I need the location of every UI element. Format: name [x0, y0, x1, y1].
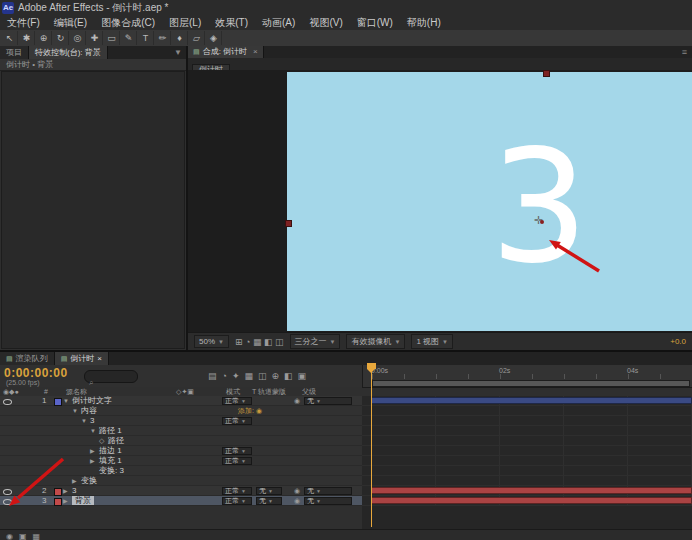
timeline-option-icon-4[interactable]: ◫ [258, 370, 267, 382]
column-header-4[interactable]: 模式 [226, 387, 240, 396]
layer-duration-bar[interactable] [371, 487, 692, 494]
search-box[interactable]: ⌕ [84, 370, 138, 383]
property-row-2[interactable]: ▼3正常▼ [0, 416, 692, 426]
twirl-icon[interactable]: ▼ [81, 416, 87, 426]
twirl-icon[interactable]: ▶ [72, 476, 77, 486]
view-layout-dropdown[interactable]: 1 视图▼ [411, 334, 453, 349]
blend-mode-dropdown[interactable]: 正常▼ [222, 447, 252, 455]
tab-render-queue[interactable]: ▤渲染队列 [0, 352, 55, 365]
eraser-tool-icon[interactable]: ▱ [189, 31, 205, 45]
clone-stamp-tool-icon[interactable]: ♦ [172, 31, 188, 45]
trkmat-dropdown[interactable]: 无▼ [256, 497, 282, 505]
pen-tool-icon[interactable]: ✎ [121, 31, 137, 45]
blend-mode-dropdown[interactable]: 正常▼ [222, 397, 252, 405]
twirl-icon[interactable]: ▼ [63, 396, 69, 406]
pick-whip-icon[interactable]: ◉ [294, 497, 300, 505]
brush-tool-icon[interactable]: ✏ [155, 31, 171, 45]
tab-composition[interactable]: ▤ 合成: 倒计时 × [188, 46, 264, 58]
property-name[interactable]: 3 [90, 416, 94, 426]
track-area[interactable] [362, 456, 692, 466]
comp-view-icon-1[interactable]: ◔ [245, 337, 253, 347]
layer-handle-top[interactable] [543, 70, 550, 77]
timeline-option-icon-5[interactable]: ⊕ [272, 370, 280, 382]
camera-tool-icon[interactable]: ◎ [70, 31, 86, 45]
comp-view-icon-3[interactable]: ◧ [264, 337, 275, 347]
track-area[interactable] [362, 466, 692, 476]
menu-item-0[interactable]: 文件(F) [0, 16, 47, 30]
column-header-5[interactable]: T 轨道蒙版 [252, 387, 286, 396]
pick-whip-icon[interactable]: ◉ [294, 487, 300, 495]
timeline-option-icon-2[interactable]: ✦ [232, 370, 240, 382]
tab-effect-controls[interactable]: 特效控制(台): 背景 [29, 46, 108, 59]
trkmat-dropdown[interactable]: 无▼ [256, 487, 282, 495]
menu-item-8[interactable]: 帮助(H) [400, 16, 448, 30]
property-name[interactable]: 变换 [81, 476, 97, 486]
menu-item-6[interactable]: 视图(V) [302, 16, 349, 30]
layer-row-1[interactable]: 1▼倒计时文字正常▼◉无▼ [0, 396, 692, 406]
layer-handle-left[interactable] [285, 220, 292, 227]
property-row-1[interactable]: ▼内容添加: ◉ [0, 406, 692, 416]
layer-row-2[interactable]: 2▶3正常▼无▼◉无▼ [0, 486, 692, 496]
track-area[interactable] [362, 436, 692, 446]
menu-item-4[interactable]: 效果(T) [208, 16, 255, 30]
layer-color-swatch[interactable] [54, 498, 62, 506]
column-header-6[interactable]: 父级 [302, 387, 316, 396]
stopwatch-icon[interactable]: ◇ [99, 436, 104, 446]
blend-mode-dropdown[interactable]: 正常▼ [222, 497, 252, 505]
track-area[interactable] [362, 476, 692, 486]
twirl-icon[interactable]: ▼ [90, 426, 96, 436]
tab-project[interactable]: 项目 [0, 46, 29, 59]
track-area[interactable] [362, 426, 692, 436]
rotate-tool-icon[interactable]: ↻ [53, 31, 69, 45]
menu-item-1[interactable]: 编辑(E) [47, 16, 94, 30]
comp-canvas[interactable]: 3 ✛ [287, 72, 692, 331]
camera-dropdown[interactable]: 有效摄像机▼ [346, 334, 405, 349]
layer-row-3[interactable]: 3▶背景正常▼无▼◉无▼ [0, 496, 692, 506]
visibility-eye-icon[interactable] [3, 399, 12, 405]
property-row-6[interactable]: ▶填充 1正常▼ [0, 456, 692, 466]
property-row-3[interactable]: ▼路径 1 [0, 426, 692, 436]
comp-view-icon-0[interactable]: ⊞ [235, 337, 245, 347]
blend-mode-dropdown[interactable]: 正常▼ [222, 487, 252, 495]
track-area[interactable] [362, 486, 692, 496]
menu-item-7[interactable]: 窗口(W) [350, 16, 400, 30]
column-header-3[interactable]: ◇✦▣ [176, 387, 194, 396]
menu-item-5[interactable]: 动画(A) [255, 16, 302, 30]
parent-dropdown[interactable]: 无▼ [304, 397, 352, 405]
text-tool-icon[interactable]: T [138, 31, 154, 45]
close-icon[interactable]: × [253, 46, 258, 58]
property-name[interactable]: 变换: 3 [99, 466, 124, 476]
blend-mode-dropdown[interactable]: 正常▼ [222, 457, 252, 465]
layer-color-swatch[interactable] [54, 488, 62, 496]
property-name[interactable]: 路径 [108, 436, 124, 446]
current-timecode[interactable]: 0:00:00:00 [4, 366, 68, 380]
column-header-1[interactable]: # [44, 387, 48, 396]
timeline-toggle-icon-1[interactable]: ▣ [19, 532, 27, 540]
property-name[interactable]: 填充 1 [99, 456, 122, 466]
layer-color-swatch[interactable] [54, 398, 62, 406]
property-row-8[interactable]: ▶变换 [0, 476, 692, 486]
timeline-toggle-icon-2[interactable]: ▦ [33, 532, 41, 540]
selection-tool-icon[interactable]: ↖ [2, 31, 18, 45]
track-area[interactable] [362, 446, 692, 456]
layer-duration-bar[interactable] [371, 497, 692, 504]
comp-view-icon-2[interactable]: ▦ [253, 337, 264, 347]
visibility-eye-icon[interactable] [3, 499, 12, 505]
timeline-option-icon-6[interactable]: ◧ [284, 370, 293, 382]
property-name[interactable]: 内容 [81, 406, 97, 416]
track-area[interactable] [362, 396, 692, 406]
twirl-icon[interactable]: ▶ [63, 486, 68, 496]
hand-tool-icon[interactable]: ✱ [19, 31, 35, 45]
pick-whip-icon[interactable]: ◉ [294, 397, 300, 405]
tab-composition[interactable]: ▤倒计时× [55, 352, 109, 365]
mask-shape-tool-icon[interactable]: ▭ [104, 31, 120, 45]
menu-item-3[interactable]: 图层(L) [162, 16, 208, 30]
property-row-5[interactable]: ▶描边 1正常▼ [0, 446, 692, 456]
twirl-icon[interactable]: ▶ [90, 446, 95, 456]
layer-name[interactable]: 3 [72, 486, 76, 496]
blend-mode-dropdown[interactable]: 正常▼ [222, 417, 252, 425]
effect-controls-body[interactable] [1, 71, 185, 349]
track-area[interactable] [362, 496, 692, 506]
layer-duration-bar[interactable] [371, 397, 692, 404]
exposure-value[interactable]: +0.0 [670, 337, 686, 346]
